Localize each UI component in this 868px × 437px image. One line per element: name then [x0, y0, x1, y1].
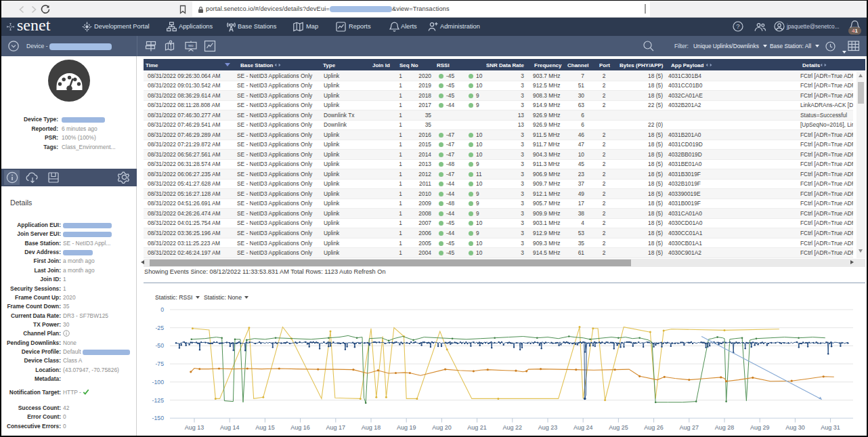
svg-text:Aug 19: Aug 19: [397, 424, 416, 431]
svg-text:Aug 18: Aug 18: [362, 424, 381, 431]
svg-text:Aug 13: Aug 13: [185, 424, 204, 431]
svg-text:-150: -150: [152, 415, 165, 421]
svg-text:Aug 16: Aug 16: [290, 424, 310, 431]
svg-text:Aug 14: Aug 14: [220, 424, 240, 431]
svg-text:Aug 26: Aug 26: [644, 424, 664, 431]
svg-text:-25: -25: [155, 325, 164, 331]
svg-text:-125: -125: [152, 397, 165, 404]
svg-text:Aug 29: Aug 29: [750, 424, 770, 431]
svg-text:-50: -50: [155, 342, 164, 349]
svg-text:Aug 28: Aug 28: [715, 424, 735, 431]
svg-text:Aug 24: Aug 24: [573, 424, 593, 431]
svg-text:Aug 21: Aug 21: [467, 424, 487, 431]
svg-text:Aug 23: Aug 23: [538, 424, 558, 431]
svg-text:0: 0: [160, 306, 164, 313]
svg-text:?: ?: [736, 22, 739, 30]
svg-text:-75: -75: [155, 360, 164, 367]
svg-text:Aug 30: Aug 30: [785, 424, 805, 431]
svg-text:Aug 31: Aug 31: [821, 424, 840, 431]
svg-text:Aug 22: Aug 22: [503, 424, 523, 431]
svg-text:-100: -100: [152, 379, 165, 386]
svg-text:Aug 15: Aug 15: [255, 424, 275, 431]
svg-text:wo: wo: [188, 43, 194, 47]
svg-text:Aug 25: Aug 25: [609, 424, 628, 431]
svg-text:Aug 20: Aug 20: [432, 424, 452, 431]
svg-text:Aug 17: Aug 17: [326, 424, 346, 431]
svg-text:Aug 27: Aug 27: [680, 424, 699, 431]
